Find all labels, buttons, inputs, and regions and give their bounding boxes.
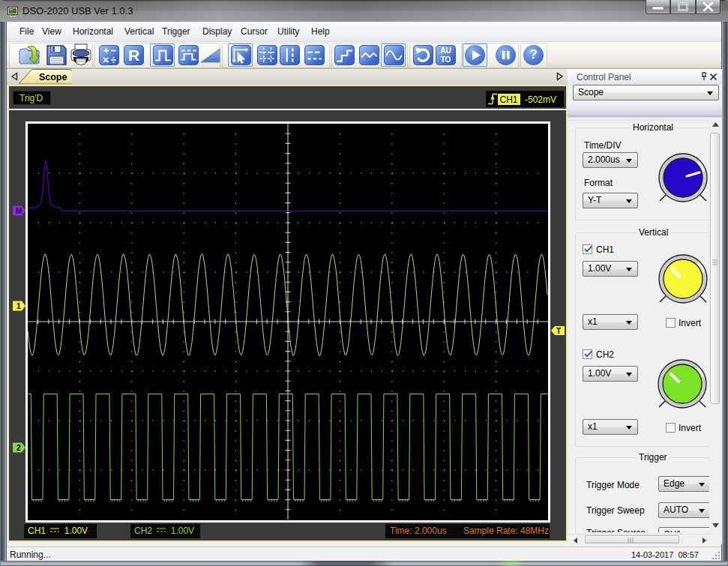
- svg-text:CH1: CH1: [500, 94, 518, 105]
- svg-text:-502mV: -502mV: [525, 94, 556, 105]
- svg-text:Scope: Scope: [39, 72, 67, 82]
- svg-text:T: T: [556, 327, 561, 335]
- svg-text:1: 1: [16, 302, 21, 310]
- svg-text:M: M: [16, 207, 22, 215]
- svg-text:2: 2: [16, 444, 21, 452]
